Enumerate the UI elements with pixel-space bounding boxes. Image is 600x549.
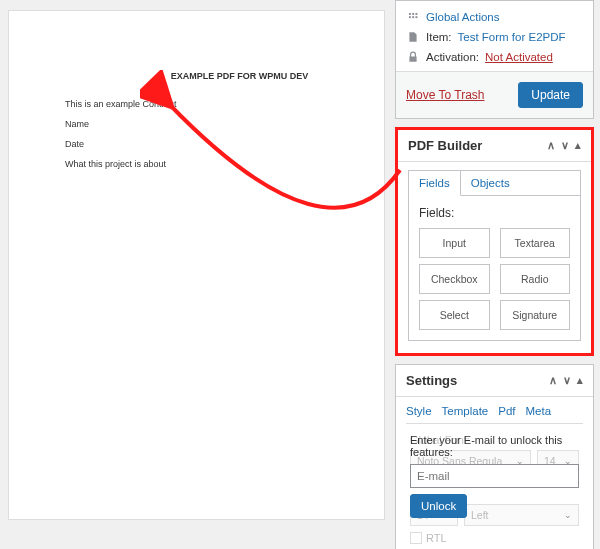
tab-fields[interactable]: Fields	[409, 171, 461, 196]
settings-tabs: Style Template Pdf Meta	[406, 405, 583, 424]
svg-rect-3	[408, 16, 410, 18]
caret-icon[interactable]: ▴	[577, 374, 583, 387]
unlock-button[interactable]: Unlock	[410, 494, 467, 518]
field-textarea-button[interactable]: Textarea	[500, 228, 571, 258]
update-button[interactable]: Update	[518, 82, 583, 108]
field-checkbox-button[interactable]: Checkbox	[419, 264, 490, 294]
field-select-button[interactable]: Select	[419, 300, 490, 330]
activation-label: Activation:	[426, 51, 479, 63]
doc-line: Date	[65, 139, 370, 149]
doc-line: What this project is about	[65, 159, 370, 169]
field-signature-button[interactable]: Signature	[500, 300, 571, 330]
tab-style[interactable]: Style	[406, 405, 432, 417]
doc-line: Name	[65, 119, 370, 129]
field-input-button[interactable]: Input	[419, 228, 490, 258]
svg-rect-4	[412, 16, 414, 18]
document-icon	[406, 30, 420, 44]
pdf-canvas[interactable]: EXAMPLE PDF FOR WPMU DEV This is an exam…	[8, 10, 385, 520]
svg-rect-2	[415, 12, 417, 14]
svg-rect-5	[415, 16, 417, 18]
item-label: Item:	[426, 31, 452, 43]
panel-title: PDF Builder	[408, 138, 482, 153]
svg-rect-0	[408, 12, 410, 14]
rtl-checkbox: RTL	[410, 532, 579, 544]
tab-template[interactable]: Template	[442, 405, 489, 417]
doc-line: This is an example Contract	[65, 99, 370, 109]
doc-title: EXAMPLE PDF FOR WPMU DEV	[109, 71, 370, 81]
pdf-builder-panel: PDF Builder ∧ ∨ ▴ Fields Objects Fields:…	[395, 127, 594, 356]
builder-tabs: Fields Objects	[408, 170, 581, 195]
field-radio-button[interactable]: Radio	[500, 264, 571, 294]
chevron-up-icon[interactable]: ∧	[549, 374, 557, 387]
item-link[interactable]: Test Form for E2PDF	[458, 31, 566, 43]
tab-pdf[interactable]: Pdf	[498, 405, 515, 417]
fields-label: Fields:	[419, 206, 570, 220]
chevron-down-icon[interactable]: ∨	[563, 374, 571, 387]
panel-title: Settings	[406, 373, 457, 388]
chevron-down-icon[interactable]: ∨	[561, 139, 569, 152]
caret-icon[interactable]: ▴	[575, 139, 581, 152]
unlock-overlay: Enter your E-mail to unlock this feature…	[406, 426, 583, 526]
globe-icon	[406, 10, 420, 24]
activation-link[interactable]: Not Activated	[485, 51, 553, 63]
settings-panel: Settings ∧ ∨ ▴ Style Template Pdf Meta G…	[395, 364, 594, 549]
global-actions-link[interactable]: Global Actions	[426, 11, 500, 23]
lock-icon	[406, 50, 420, 64]
svg-rect-1	[412, 12, 414, 14]
move-to-trash-link[interactable]: Move To Trash	[406, 88, 484, 102]
tab-objects[interactable]: Objects	[461, 171, 520, 195]
email-input[interactable]	[410, 464, 579, 488]
unlock-message: Enter your E-mail to unlock this feature…	[410, 434, 579, 458]
tab-meta[interactable]: Meta	[526, 405, 552, 417]
publish-panel: Global Actions Item: Test Form for E2PDF…	[395, 0, 594, 119]
chevron-up-icon[interactable]: ∧	[547, 139, 555, 152]
